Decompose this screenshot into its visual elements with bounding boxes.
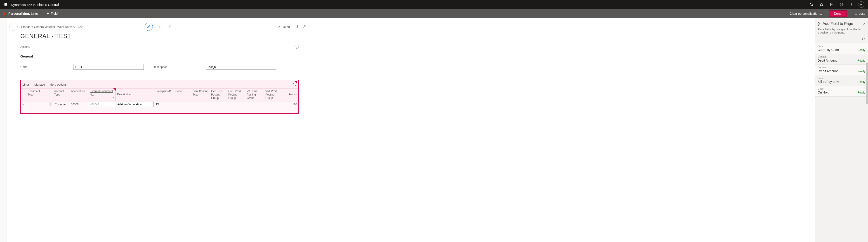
tab-more-options[interactable]: More options — [47, 82, 69, 87]
cell-gen-bus-posting-group[interactable] — [210, 101, 227, 107]
svg-point-16 — [862, 38, 864, 40]
field-type: Code — [817, 77, 865, 79]
field-item[interactable]: CodeCurrency CodeReady — [815, 44, 868, 54]
col-account-type[interactable]: Account Type — [53, 88, 70, 101]
actions-menu[interactable]: Actions — [20, 45, 30, 49]
svg-rect-7 — [5, 5, 6, 6]
done-button[interactable]: Done — [829, 10, 846, 17]
search-icon[interactable] — [862, 37, 865, 41]
cell-vat-prod-posting-group[interactable] — [264, 101, 282, 107]
app-title: Dynamics 365 Business Central — [11, 3, 59, 6]
popout-icon[interactable] — [294, 24, 300, 30]
cell-gen-prod-posting-group[interactable] — [227, 101, 246, 107]
general-fasttab-heading[interactable]: General — [20, 54, 299, 59]
cell-amount[interactable]: 100 — [285, 101, 298, 107]
field-state: Ready — [857, 49, 865, 52]
personalizing-bar: Personalizing: Lines + Field Clear perso… — [0, 9, 868, 18]
svg-rect-5 — [6, 4, 7, 5]
col-external-doc-no[interactable]: External Document No. ↓ ▼ — [88, 88, 116, 101]
user-avatar[interactable]: IK — [858, 1, 864, 8]
svg-rect-3 — [4, 4, 4, 5]
panel-description: Place fields by dragging from the list t… — [815, 28, 868, 36]
clear-personalization-button[interactable]: Clear personalization... — [789, 12, 822, 16]
col-amount[interactable]: Amoun — [285, 88, 298, 101]
cell-description[interactable] — [116, 101, 154, 107]
field-name: Debit Amount — [817, 59, 837, 62]
col-salesperson[interactable]: Salespers./Pu... Code — [154, 88, 191, 101]
field-item[interactable]: CodeOn HoldReady — [815, 86, 868, 97]
field-name: On Hold — [817, 90, 829, 94]
svg-rect-6 — [4, 5, 4, 6]
cell-gen-posting-type[interactable] — [191, 101, 210, 107]
col-gen-prod-posting-group[interactable]: Gen. Prod. Posting Group — [227, 88, 246, 101]
close-icon[interactable]: ✕ — [863, 22, 866, 26]
back-button[interactable]: ← — [9, 23, 18, 31]
col-vat-prod-posting-group[interactable]: VAT Prod. Posting Group — [264, 88, 282, 101]
col-gen-bus-posting-group[interactable]: Gen. Bus. Posting Group — [210, 88, 227, 101]
col-description[interactable]: Description — [116, 88, 154, 101]
col-vat-bus-posting-group[interactable]: VAT Bus. Posting Group — [246, 88, 264, 101]
col-account-no[interactable]: Account No. — [70, 88, 88, 101]
description-label: Description — [153, 65, 169, 69]
field-state: Ready — [857, 70, 865, 73]
field-state: Ready — [857, 59, 865, 62]
expand-part-icon[interactable] — [293, 83, 297, 86]
app-launcher-icon[interactable] — [2, 1, 9, 8]
col-gen-posting-type[interactable]: Gen. Posting Type — [191, 88, 210, 101]
collapse-icon[interactable] — [301, 24, 307, 30]
field-item[interactable]: CodeBill-to/Pay-to No.Ready — [815, 75, 868, 86]
col-document-type[interactable]: Document Type — [26, 88, 48, 101]
svg-rect-8 — [6, 5, 7, 6]
settings-icon[interactable] — [836, 0, 846, 9]
scrollbar[interactable] — [866, 63, 868, 104]
field-state: Ready — [857, 91, 865, 94]
help-icon[interactable] — [846, 0, 856, 9]
cell-vat-bus-posting-group[interactable] — [246, 101, 264, 107]
info-icon[interactable]: i — [295, 45, 299, 49]
code-field[interactable] — [73, 64, 144, 70]
search-icon[interactable] — [807, 0, 816, 9]
code-label: Code — [20, 65, 29, 69]
field-type: Code — [817, 45, 865, 48]
cell-account-no[interactable]: 10000 — [70, 101, 88, 107]
chevron-down-icon: ▼ — [112, 97, 114, 99]
svg-rect-0 — [4, 3, 4, 4]
cell-salesperson[interactable]: JO — [154, 101, 191, 107]
field-state: Ready — [857, 80, 865, 83]
edit-button[interactable] — [145, 23, 153, 31]
description-field[interactable] — [206, 64, 276, 70]
chevron-right-icon[interactable]: ❯ — [817, 21, 820, 26]
add-field-panel: ❯ Add Field to Page ✕ Place fields by dr… — [815, 18, 868, 242]
field-type: Decimal — [817, 66, 865, 69]
field-item[interactable]: DecimalCredit AmountReady — [815, 65, 868, 75]
cell-external-doc-no[interactable] — [88, 101, 116, 107]
saved-indicator: ✓ Saved — [278, 25, 290, 29]
cell-document-type[interactable] — [26, 101, 48, 107]
delete-button[interactable] — [166, 23, 175, 31]
svg-rect-1 — [5, 3, 6, 4]
field-item[interactable]: DecimalDebit AmountReady — [815, 54, 868, 65]
new-button[interactable] — [156, 23, 164, 31]
field-name: Bill-to/Pay-to No. — [817, 80, 841, 83]
lines-part: Lines Manage More options Document Type … — [20, 80, 299, 114]
field-name: Credit Amount — [817, 69, 838, 73]
page-title: GENERAL · TEST — [7, 32, 312, 43]
row-more-icon[interactable]: ⋮ — [49, 102, 52, 106]
tab-manage[interactable]: Manage — [32, 82, 47, 87]
less-toggle[interactable]: ▲ Less — [855, 12, 865, 16]
tab-lines[interactable]: Lines — [23, 82, 32, 87]
plus-icon: + — [46, 11, 49, 16]
chevron-up-icon: ▲ — [855, 12, 857, 15]
field-name: Currency Code — [817, 48, 839, 52]
cell-account-type[interactable]: Customer — [53, 101, 70, 107]
svg-point-9 — [810, 3, 812, 5]
flag-icon[interactable] — [827, 0, 836, 9]
svg-rect-4 — [5, 4, 6, 5]
check-icon: ✓ — [278, 25, 281, 29]
notifications-icon[interactable] — [816, 0, 827, 9]
svg-rect-2 — [6, 3, 7, 4]
left-rail — [0, 18, 7, 242]
svg-line-10 — [812, 5, 813, 6]
row-selector-icon[interactable]: → — [22, 103, 25, 106]
add-field-button[interactable]: + Field — [46, 11, 58, 16]
